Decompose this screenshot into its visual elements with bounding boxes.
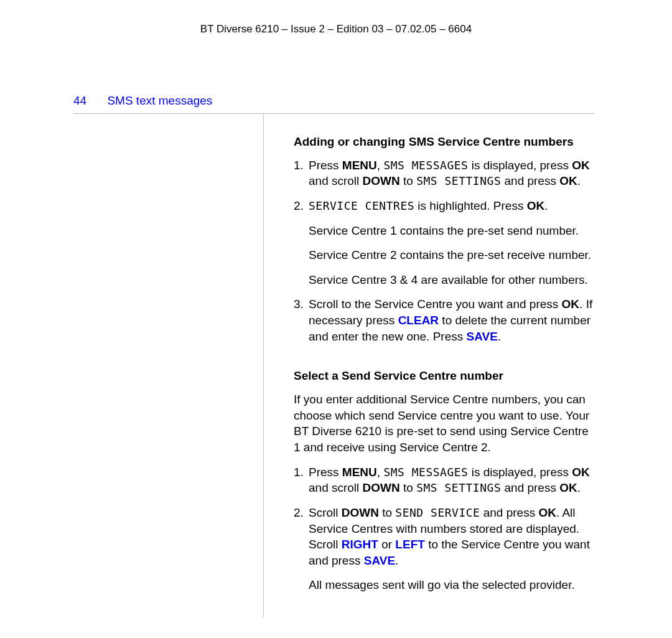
b-text: OK <box>538 506 556 519</box>
body-text: , <box>377 159 384 172</box>
lcd-text: SMS SETTINGS <box>416 481 501 494</box>
body-text: Scroll to the Service Centre you want an… <box>309 298 562 311</box>
heading-select-send: Select a Send Service Centre number <box>294 368 594 384</box>
b-text: DOWN <box>363 174 400 187</box>
body-text: . <box>395 554 398 567</box>
step-item: 2.Scroll DOWN to SEND SERVICE and press … <box>294 505 594 593</box>
body-text: . <box>544 199 548 212</box>
step-item: 1.Press MENU, SMS MESSAGES is displayed,… <box>294 157 594 189</box>
lcd-text: SERVICE CENTRES <box>309 199 414 212</box>
b-text: MENU <box>342 466 377 479</box>
step-number: 1. <box>294 157 304 174</box>
body-text: and press <box>501 481 559 494</box>
step-item: 3.Scroll to the Service Centre you want … <box>294 296 594 344</box>
intro-paragraph: If you enter additional Service Centre n… <box>294 392 594 456</box>
body-text: Press <box>309 159 342 172</box>
b-text: OK <box>559 481 577 494</box>
page-number: 44 <box>73 93 86 109</box>
step-number: 2. <box>294 198 304 214</box>
body-text: and press <box>501 174 559 187</box>
document-page: BT Diverse 6210 – Issue 2 – Edition 03 –… <box>0 0 672 638</box>
b-text: OK <box>559 174 577 187</box>
body-text: and scroll <box>309 481 363 494</box>
body-text: . <box>577 174 581 187</box>
step-number: 2. <box>294 505 304 521</box>
step-number: 3. <box>294 296 304 312</box>
body-text: and press <box>480 506 538 519</box>
body-text: is highlighted. Press <box>414 199 527 212</box>
body-text: is displayed, press <box>468 466 572 479</box>
step-subtext: Service Centre 1 contains the pre-set se… <box>309 223 594 239</box>
heading-adding-changing: Adding or changing SMS Service Centre nu… <box>294 134 594 150</box>
lcd-text: SEND SERVICE <box>395 506 480 519</box>
lcd-text: SMS SETTINGS <box>416 174 501 187</box>
section-bar: 44 SMS text messages <box>73 93 594 109</box>
lcd-text: SMS MESSAGES <box>383 159 468 172</box>
b-text: DOWN <box>363 481 400 494</box>
b-text: OK <box>527 199 545 212</box>
body-text: to <box>400 174 416 187</box>
b-text: DOWN <box>342 506 379 519</box>
b-text: MENU <box>342 159 377 172</box>
document-header: BT Diverse 6210 – Issue 2 – Edition 03 –… <box>0 22 672 37</box>
body-text: or <box>378 538 395 551</box>
main-content: Adding or changing SMS Service Centre nu… <box>294 134 594 602</box>
steps-list-a: 1.Press MENU, SMS MESSAGES is displayed,… <box>294 157 594 345</box>
body-text: is displayed, press <box>468 159 572 172</box>
step-number: 1. <box>294 464 304 481</box>
blue-text: LEFT <box>395 538 425 551</box>
blue-text: SAVE <box>467 330 498 343</box>
step-subtext: All messages sent will go via the select… <box>309 577 594 593</box>
body-text: , <box>377 466 384 479</box>
body-text: to <box>400 481 416 494</box>
body-text: . <box>498 330 501 343</box>
lcd-text: SMS MESSAGES <box>383 466 468 479</box>
blue-text: RIGHT <box>342 538 378 551</box>
b-text: OK <box>562 298 580 311</box>
body-text: . <box>577 481 581 494</box>
step-item: 1.Press MENU, SMS MESSAGES is displayed,… <box>294 464 594 496</box>
vertical-rule <box>263 113 264 617</box>
step-subtext: Service Centre 2 contains the pre-set re… <box>309 247 594 263</box>
b-text: OK <box>572 466 590 479</box>
steps-list-b: 1.Press MENU, SMS MESSAGES is displayed,… <box>294 464 594 593</box>
body-text: and scroll <box>309 174 363 187</box>
body-text: Scroll <box>309 506 342 519</box>
section-title: SMS text messages <box>107 93 212 109</box>
horizontal-rule <box>73 113 594 114</box>
body-text: to <box>379 506 395 519</box>
blue-text: SAVE <box>364 554 395 567</box>
body-text: Press <box>309 466 342 479</box>
b-text: OK <box>572 159 590 172</box>
step-subtext: Service Centre 3 & 4 are available for o… <box>309 272 594 288</box>
blue-text: CLEAR <box>398 314 439 327</box>
step-item: 2.SERVICE CENTRES is highlighted. Press … <box>294 198 594 288</box>
